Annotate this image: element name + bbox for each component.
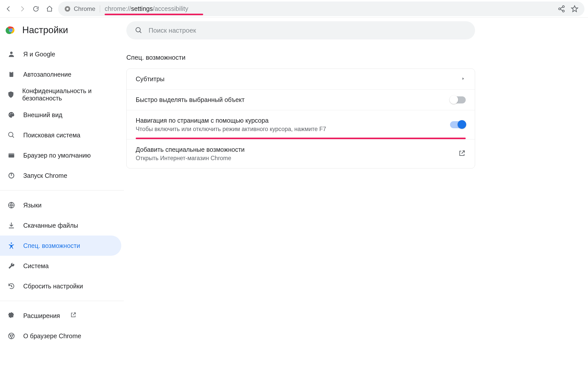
row-title: Быстро выделять выбранный объект [136, 96, 445, 103]
palette-icon [7, 111, 16, 119]
sidebar-item-label: Языки [23, 202, 41, 209]
site-info-label: Chrome [74, 5, 95, 12]
settings-sidebar: Настройки Я и GoogleАвтозаполнениеКонфид… [0, 18, 124, 383]
sidebar-item-person[interactable]: Я и Google [0, 44, 121, 64]
sidebar-item-label: Браузер по умолчанию [23, 152, 91, 159]
home-button[interactable] [44, 4, 55, 14]
annotation-underline [105, 14, 203, 15]
address-bar[interactable]: Chrome chrome://settings/accessibility [58, 2, 584, 16]
url-text: chrome://settings/accessibility [105, 5, 188, 12]
download-icon [7, 222, 16, 229]
power-icon [7, 172, 16, 179]
row-add-accessibility[interactable]: Добавить специальные возможности Открыть… [127, 139, 475, 168]
row-title: Навигация по страницам с помощью курсора [136, 117, 445, 124]
site-info-chip[interactable]: Chrome [64, 5, 100, 12]
restore-icon [7, 282, 16, 290]
chevron-right-icon [461, 76, 466, 82]
toggle-caret[interactable] [450, 121, 466, 128]
sidebar-item-download[interactable]: Скачанные файлы [0, 215, 121, 236]
browser-icon [7, 152, 16, 159]
settings-search-input[interactable] [149, 27, 466, 34]
sidebar-item-label: О браузере Chrome [23, 332, 81, 340]
reload-button[interactable] [31, 4, 41, 14]
row-highlight-object: Быстро выделять выбранный объект [127, 90, 475, 110]
search-icon [135, 27, 143, 34]
sidebar-item-shield[interactable]: Конфиденциальность и безопасность [0, 84, 121, 105]
forward-button[interactable] [17, 4, 27, 14]
globe-icon [7, 201, 16, 209]
sidebar-item-accessibility[interactable]: Спец. возможности [0, 236, 121, 256]
external-link-icon [70, 312, 77, 320]
sidebar-item-extension[interactable]: Расширения [0, 306, 121, 326]
sidebar-item-label: Автозаполнение [23, 71, 71, 78]
sidebar-item-label: Расширения [23, 312, 60, 320]
row-caret-browsing: Навигация по страницам с помощью курсора… [127, 110, 475, 139]
chrome-logo-icon [6, 25, 16, 35]
shield-icon [7, 91, 15, 98]
svg-point-19 [10, 29, 12, 31]
back-button[interactable] [4, 4, 14, 14]
bookmark-star-icon[interactable] [571, 5, 578, 13]
sidebar-item-label: Сбросить настройки [23, 283, 83, 290]
person-icon [7, 50, 16, 58]
wrench-icon [7, 262, 16, 270]
row-captions[interactable]: Субтитры [127, 69, 475, 90]
row-title: Субтитры [136, 75, 456, 83]
row-subtitle: Открыть Интернет-магазин Chrome [136, 155, 453, 162]
chrome-grey-icon [64, 6, 71, 12]
sidebar-item-label: Система [23, 262, 49, 270]
sidebar-item-label: Конфиденциальность и безопасность [22, 87, 114, 102]
sidebar-item-wrench[interactable]: Система [0, 256, 121, 276]
sidebar-divider [0, 190, 124, 190]
sidebar-item-browser[interactable]: Браузер по умолчанию [0, 145, 121, 165]
row-title: Добавить специальные возможности [136, 146, 453, 153]
sidebar-item-label: Поисковая система [23, 132, 80, 139]
share-icon[interactable] [558, 5, 565, 13]
sidebar-divider [0, 301, 124, 301]
sidebar-item-label: Запуск Chrome [23, 172, 67, 179]
sidebar-item-palette[interactable]: Внешний вид [0, 105, 121, 125]
accessibility-icon [7, 242, 16, 249]
search-icon [7, 131, 16, 139]
settings-card: Субтитры Быстро выделять выбранный объек… [126, 69, 475, 168]
section-title: Спец. возможности [126, 54, 185, 61]
sidebar-item-label: Спец. возможности [23, 242, 80, 249]
extension-icon [7, 312, 16, 320]
sidebar-item-label: Внешний вид [23, 111, 62, 119]
sidebar-item-power[interactable]: Запуск Chrome [0, 165, 121, 186]
row-subtitle: Чтобы включить или отключить режим актив… [136, 126, 445, 133]
external-link-icon [458, 150, 466, 158]
page-title: Настройки [22, 25, 68, 35]
sidebar-item-label: Скачанные файлы [23, 222, 78, 229]
sidebar-item-globe[interactable]: Языки [0, 195, 121, 215]
sidebar-header: Настройки [0, 22, 124, 43]
browser-toolbar: Chrome chrome://settings/accessibility [0, 0, 588, 18]
sidebar-item-search[interactable]: Поисковая система [0, 125, 121, 145]
sidebar-item-restore[interactable]: Сбросить настройки [0, 276, 121, 296]
annotation-underline [136, 138, 466, 139]
toggle-highlight[interactable] [450, 96, 466, 103]
sidebar-item-label: Я и Google [23, 51, 55, 58]
sidebar-item-clipboard[interactable]: Автозаполнение [0, 64, 121, 84]
main-content: Спец. возможности Субтитры Быстро выделя… [124, 18, 588, 383]
chrome-icon [7, 332, 16, 340]
clipboard-icon [7, 71, 16, 78]
sidebar-item-chrome[interactable]: О браузере Chrome [0, 326, 121, 346]
settings-search[interactable] [126, 21, 475, 39]
